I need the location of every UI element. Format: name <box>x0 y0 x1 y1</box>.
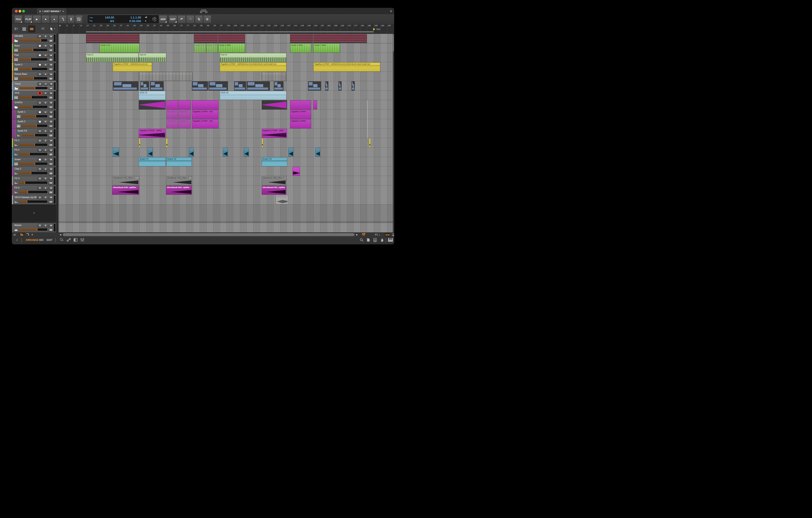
clip-fx1[interactable] <box>166 138 168 147</box>
volume-fader[interactable] <box>19 163 47 165</box>
track-menu-button[interactable] <box>48 143 54 147</box>
track-row-vox[interactable]: VOXSM <box>12 91 56 100</box>
track-row-vec4-sweeps-up-08[interactable]: VEC4 Sweeps Up 08SM <box>12 195 56 205</box>
record-arm-button[interactable] <box>37 224 42 227</box>
solo-button[interactable]: S <box>43 120 48 124</box>
speaker-icon[interactable] <box>373 238 377 243</box>
clip-vocal[interactable] <box>234 81 246 90</box>
edit-menu-button[interactable]: EDIT <box>169 15 177 23</box>
record-arm-button[interactable] <box>37 196 42 199</box>
track-row-reese-bass[interactable]: Reese BassSM <box>12 72 56 81</box>
stop-icon[interactable]: ■ <box>41 15 50 23</box>
volume-fader[interactable] <box>19 68 47 70</box>
punch-in-out-icons[interactable]: ◀‖ ◭ <box>143 15 149 23</box>
play-menu-button[interactable]: PLAY <box>24 15 33 23</box>
layout-list-icon[interactable] <box>19 233 24 237</box>
mute-button[interactable]: M <box>49 167 54 171</box>
track-row-fx-3[interactable]: FX 3SM <box>12 176 56 186</box>
record-arm-button[interactable] <box>37 63 42 67</box>
track-row-snare[interactable]: SnareSM <box>12 157 56 167</box>
loop-section[interactable] <box>150 15 159 23</box>
clip-drums[interactable] <box>314 34 367 43</box>
record-arm-button[interactable] <box>37 177 42 181</box>
vertical-scrollbar[interactable] <box>393 34 394 233</box>
close-window-button[interactable] <box>15 10 18 12</box>
clip-vocal[interactable] <box>140 81 149 90</box>
clip-mag[interactable] <box>166 100 178 109</box>
track-menu-button[interactable] <box>48 125 54 128</box>
volume-fader[interactable] <box>19 200 47 203</box>
track-menu-button[interactable] <box>48 153 54 156</box>
record-arm-button[interactable] <box>37 120 42 124</box>
jump-icon[interactable] <box>26 233 29 237</box>
mute-button[interactable]: M <box>49 158 54 161</box>
playhead-marker[interactable] <box>59 25 61 27</box>
fade-out-icon[interactable] <box>154 19 157 23</box>
record-arm-button[interactable] <box>37 82 43 86</box>
redo-icon[interactable]: ↷ <box>186 15 195 23</box>
mute-button[interactable]: M <box>49 139 54 142</box>
solo-button[interactable]: S <box>43 224 48 227</box>
scroll-right-icon[interactable]: ▶ <box>356 233 358 237</box>
track-menu-button[interactable] <box>48 77 54 80</box>
clip-oseg[interactable] <box>139 72 193 81</box>
clip-ghosthack-fee-riser-c[interactable]: Ghosthack-FEE_Riser C <box>262 176 286 185</box>
clip-vec4-swe[interactable]: VEC4 Swe <box>276 195 288 204</box>
volume-fader[interactable] <box>22 125 47 127</box>
record-arm-button[interactable] <box>37 53 42 57</box>
track-menu-button[interactable] <box>48 39 54 43</box>
mute-button[interactable]: M <box>49 82 54 86</box>
clip-vox-1[interactable]: VOX #1 <box>139 91 166 100</box>
horizontal-scrollbar-thumb[interactable] <box>63 233 354 236</box>
record-arm-button[interactable] <box>37 44 42 48</box>
arranger-loop-region[interactable] <box>86 31 374 32</box>
solo-button[interactable]: S <box>43 186 48 190</box>
clip-drums[interactable] <box>290 34 313 43</box>
mixer-sliders-icon[interactable] <box>81 238 84 243</box>
clip-together-atrip[interactable]: Together (ATRIP - <box>290 110 311 119</box>
track-menu-button[interactable] <box>48 58 54 61</box>
clip-snare-3[interactable]: Snare #3 <box>262 157 288 166</box>
tab-mix[interactable]: MIX <box>39 239 44 242</box>
clip-together-atrip-her[interactable]: Together (ATRIP - HER <box>262 129 287 138</box>
clip-vocal[interactable] <box>274 81 284 90</box>
position-section[interactable]: 1.1.1.00 0:00.000 <box>116 15 143 23</box>
track-menu-button[interactable] <box>48 172 54 175</box>
track-list-icon[interactable] <box>13 25 20 33</box>
tab-edit[interactable]: EDIT <box>47 239 52 242</box>
mute-button[interactable]: M <box>49 44 54 48</box>
swap-icon[interactable]: ⇄ <box>13 233 16 237</box>
volume-fader[interactable] <box>19 228 47 231</box>
delete-icon[interactable]: ⊗ <box>203 15 211 23</box>
volume-fader[interactable] <box>19 58 47 60</box>
tempo-section[interactable]: 144.00 4/4 <box>93 15 115 23</box>
zoom-to-fit-icon[interactable] <box>392 233 394 237</box>
clip-vocal[interactable] <box>325 81 328 90</box>
clip-drums[interactable] <box>86 34 139 43</box>
link-icon[interactable] <box>67 238 71 242</box>
mute-button[interactable]: M <box>49 91 54 95</box>
clip-drums[interactable] <box>218 34 245 43</box>
clip-together-atrip-hei[interactable]: Together (ATRIP - HEI <box>192 110 219 119</box>
volume-fader[interactable] <box>19 153 47 155</box>
clip-scaler-3-midi[interactable]: Scaler 3 Midi <box>218 44 245 53</box>
track-row-vocal[interactable]: VocalSM <box>12 81 56 91</box>
volume-fader[interactable] <box>19 106 47 108</box>
track-row-synth-2[interactable]: Synth 2SM <box>12 62 56 72</box>
record-arm-button[interactable] <box>37 186 42 190</box>
clip-pad-2[interactable]: Pad #2 <box>139 53 166 62</box>
tab-arrange[interactable]: ARRANGE <box>26 239 38 242</box>
solo-button[interactable]: S <box>43 158 48 161</box>
track-row-fx-2[interactable]: FX 2SM <box>12 147 56 157</box>
clip-together[interactable]: Together ( <box>178 119 191 129</box>
clip-mag[interactable] <box>313 100 317 109</box>
volume-fader[interactable] <box>22 134 47 136</box>
clip-vocal[interactable] <box>246 81 270 90</box>
volume-fader[interactable] <box>19 172 47 174</box>
solo-button[interactable]: S <box>43 44 48 48</box>
clip-vocal[interactable] <box>150 81 164 90</box>
track-row-pad[interactable]: PadSM <box>12 53 56 62</box>
volume-fader[interactable] <box>19 191 47 193</box>
record-icon[interactable]: ● <box>50 15 58 23</box>
clip-vocal[interactable] <box>338 81 342 90</box>
